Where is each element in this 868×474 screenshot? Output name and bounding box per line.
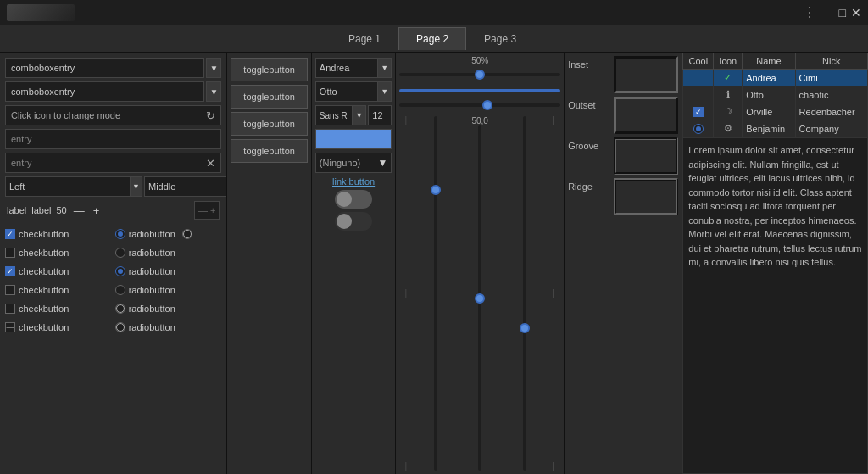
radio4[interactable]: radiobutton: [115, 282, 222, 298]
checkbox5-label: checkbutton: [19, 304, 69, 314]
combo2-arrow[interactable]: ▼: [206, 81, 221, 102]
checkbox3[interactable]: ✓ checkbutton: [5, 263, 112, 280]
link-button[interactable]: link button: [315, 176, 392, 187]
radio2[interactable]: radiobutton: [115, 244, 222, 261]
andrea-nick: Cimi: [795, 70, 867, 86]
benjamin-cool: [683, 120, 714, 137]
tab-page1[interactable]: Page 1: [331, 27, 398, 50]
table-row-benjamin[interactable]: ⚙ Benjamin Company: [683, 120, 868, 137]
spin-value: 50: [57, 205, 67, 215]
h-slider-1[interactable]: [399, 73, 560, 76]
ninguno-row: (Ninguno) ▼: [315, 153, 392, 173]
refresh-icon[interactable]: ↻: [206, 109, 215, 122]
middle-combo-input[interactable]: [144, 176, 227, 197]
ninguno-down-icon[interactable]: ▼: [374, 157, 391, 169]
middle-combo-wrap: ▼: [144, 176, 227, 197]
checkbox3-box[interactable]: ✓: [5, 266, 15, 276]
font-family-arrow[interactable]: ▼: [353, 105, 366, 125]
radio6-btn[interactable]: [115, 322, 125, 332]
ridge-label: Ridge: [568, 178, 610, 192]
checkbox5[interactable]: — checkbutton: [5, 300, 112, 317]
v-slider-1[interactable]: [434, 116, 437, 471]
toggle-switch-2[interactable]: [335, 212, 372, 231]
radio4-btn[interactable]: [115, 285, 125, 295]
checkbox1-label: checkbutton: [19, 229, 69, 239]
radio1-circle[interactable]: [182, 229, 192, 239]
radio3-btn[interactable]: [115, 266, 125, 276]
outset-border: [614, 97, 678, 134]
maximize-button[interactable]: □: [839, 6, 846, 20]
radio5[interactable]: radiobutton: [115, 300, 222, 317]
data-table: Cool Icon Name Nick ✓ Andrea Cimi ℹ Otto: [682, 53, 868, 137]
benjamin-nick: Company: [795, 120, 867, 137]
font-family-input[interactable]: [315, 105, 353, 125]
toggle-btn-1[interactable]: togglebutton: [231, 58, 307, 81]
table-row-orville[interactable]: ✓ ☽ Orville Redenbacher: [683, 103, 868, 120]
checkbox6[interactable]: — checkbutton: [5, 319, 112, 336]
radio2-btn[interactable]: [115, 248, 125, 258]
tab-page3[interactable]: Page 3: [466, 27, 534, 50]
menu-dots-icon[interactable]: ⋮: [803, 4, 817, 20]
v-slider-2[interactable]: [478, 125, 481, 471]
radio1[interactable]: radiobutton: [115, 226, 222, 243]
slider-ticks-left: │ │ │: [403, 116, 409, 471]
mid-combo1-input[interactable]: [315, 58, 378, 78]
table-row-otto[interactable]: ℹ Otto chaotic: [683, 86, 868, 103]
toggle-switch[interactable]: [335, 190, 372, 209]
otto-name: Otto: [743, 86, 795, 103]
v-slider-3[interactable]: [523, 116, 526, 471]
checkbox1[interactable]: ✓ checkbutton: [5, 226, 112, 243]
v-sliders-row: │ │ │ 50,0 │ │ │: [399, 116, 560, 471]
ninguno-text: (Ninguno): [316, 158, 375, 168]
checkbox4[interactable]: checkbutton: [5, 282, 112, 298]
mid-combo2-input[interactable]: [315, 81, 378, 102]
left-combo-arrow[interactable]: ▼: [131, 176, 142, 197]
titlebar: ⋮ — □ ✕: [0, 0, 868, 25]
text-content-area: Lorem ipsum dolor sit amet, consectetur …: [682, 137, 868, 474]
mid-combo2-arrow[interactable]: ▼: [378, 81, 392, 102]
v-slider-val-label: 50,0: [471, 116, 487, 125]
entry2-clear-icon[interactable]: ✕: [206, 157, 215, 170]
otto-nick: chaotic: [795, 86, 867, 103]
label1: label: [7, 205, 26, 215]
toggle-btn-4[interactable]: togglebutton: [231, 139, 307, 163]
mid-combo1-arrow[interactable]: ▼: [378, 58, 392, 78]
checkbox4-box[interactable]: [5, 285, 15, 295]
mid-combo1-wrap: ▼: [315, 58, 392, 78]
close-button[interactable]: ✕: [851, 6, 861, 20]
checkbox2[interactable]: checkbutton: [5, 244, 112, 261]
toggle-btn-2[interactable]: togglebutton: [231, 85, 307, 109]
radio3[interactable]: radiobutton: [115, 263, 222, 280]
spin-plus[interactable]: +: [92, 204, 102, 217]
col-name: Name: [743, 53, 795, 70]
left-combo-wrap: ▼: [5, 176, 142, 197]
checkbox6-box[interactable]: —: [5, 322, 15, 332]
ridge-frame: [614, 178, 678, 215]
entry2-row: entry ✕: [5, 153, 221, 173]
combo2-input[interactable]: [5, 81, 204, 102]
color-picker[interactable]: [315, 129, 392, 149]
combo1-input[interactable]: [5, 58, 204, 78]
titlebar-left: [7, 4, 75, 21]
minimize-button[interactable]: —: [822, 6, 834, 20]
radio6-label: radiobutton: [129, 322, 175, 332]
spin-minus[interactable]: —: [72, 204, 86, 217]
radio1-btn[interactable]: [115, 229, 125, 239]
radio6[interactable]: radiobutton: [115, 319, 222, 336]
benjamin-cool-radio: [693, 124, 704, 134]
left-combo-input[interactable]: [5, 176, 131, 197]
font-size-input[interactable]: [368, 105, 392, 125]
entry1-row: entry: [5, 129, 221, 149]
table-row-andrea[interactable]: ✓ Andrea Cimi: [683, 70, 868, 86]
checkbox1-box[interactable]: ✓: [5, 229, 15, 239]
h-slider-3[interactable]: [399, 103, 560, 107]
groove-frame-row: Groove: [568, 137, 678, 175]
toggle-btn-3[interactable]: togglebutton: [231, 112, 307, 136]
combo1-arrow[interactable]: ▼: [206, 58, 221, 78]
radio5-btn[interactable]: [115, 304, 125, 314]
tab-page2[interactable]: Page 2: [398, 27, 466, 50]
checkbox2-box[interactable]: [5, 248, 15, 258]
benjamin-icon: ⚙: [714, 120, 743, 137]
checkbox5-box[interactable]: —: [5, 304, 15, 314]
main-content: ▼ ▼ Click icon to change mode ↻ entry en…: [0, 53, 868, 474]
